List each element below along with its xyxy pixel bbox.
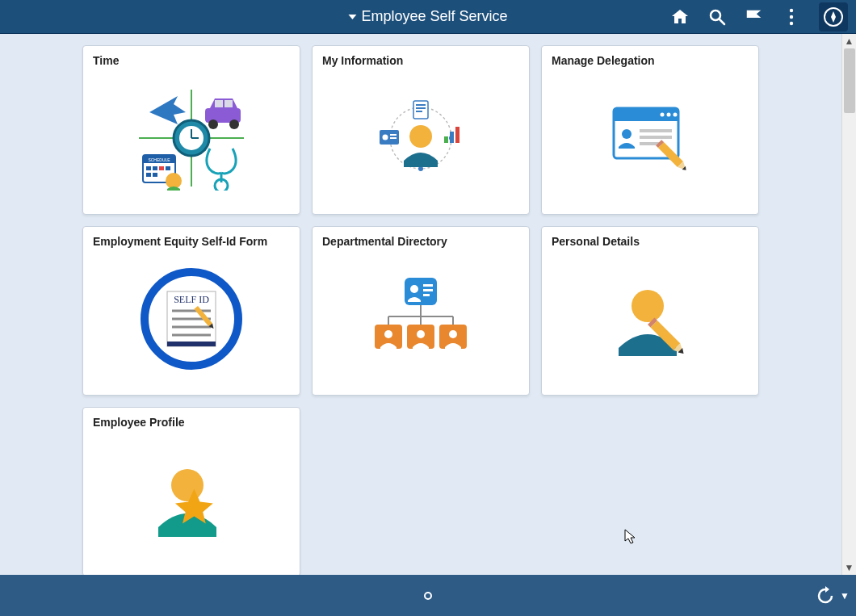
- svg-point-4: [790, 21, 793, 24]
- svg-line-1: [720, 19, 724, 24]
- tile-title: Employment Equity Self-Id Form: [93, 235, 290, 248]
- scroll-thumb[interactable]: [844, 48, 855, 113]
- svg-rect-36: [413, 101, 428, 119]
- header-bar: Employee Self Service: [0, 0, 856, 34]
- content-area: Time: [0, 34, 856, 575]
- tile-container: Time: [0, 34, 841, 575]
- page-title: Employee Self Service: [361, 8, 507, 25]
- tile-employment-equity[interactable]: Employment Equity Self-Id Form SELF ID: [82, 226, 300, 396]
- svg-rect-10: [215, 100, 223, 107]
- svg-rect-74: [423, 294, 430, 296]
- svg-rect-45: [450, 132, 454, 143]
- tile-manage-delegation-illustration: [552, 70, 749, 206]
- svg-rect-53: [640, 129, 672, 132]
- svg-rect-23: [159, 166, 164, 170]
- tile-title: Employee Profile: [93, 416, 290, 429]
- svg-rect-24: [166, 166, 170, 170]
- svg-point-50: [667, 113, 671, 117]
- chevron-down-icon[interactable]: ▼: [840, 590, 850, 601]
- svg-rect-72: [423, 284, 433, 287]
- vertical-scrollbar[interactable]: ▲ ▼: [841, 34, 856, 575]
- tile-manage-delegation[interactable]: Manage Delegation: [541, 45, 759, 215]
- tile-time[interactable]: Time: [82, 45, 300, 215]
- svg-marker-93: [825, 586, 829, 593]
- footer-bar: ▼: [0, 575, 856, 616]
- header-icon-group: [670, 2, 848, 31]
- tile-my-information-illustration: [322, 70, 519, 206]
- refresh-icon[interactable]: [816, 586, 835, 606]
- svg-point-3: [790, 15, 793, 18]
- svg-rect-38: [416, 107, 426, 109]
- svg-rect-46: [455, 127, 459, 143]
- svg-point-51: [673, 113, 678, 117]
- svg-rect-73: [423, 289, 433, 291]
- more-icon[interactable]: [782, 7, 801, 27]
- svg-rect-22: [153, 166, 157, 170]
- tile-title: Manage Delegation: [552, 54, 749, 67]
- svg-point-35: [409, 125, 432, 148]
- compass-icon[interactable]: [819, 2, 848, 31]
- tile-personal-details[interactable]: Personal Details: [541, 226, 759, 396]
- svg-text:SCHEDULE: SCHEDULE: [148, 157, 170, 162]
- svg-rect-67: [167, 342, 216, 346]
- scroll-down-arrow[interactable]: ▼: [845, 562, 854, 573]
- tile-departmental-directory[interactable]: Departmental Directory: [312, 226, 530, 396]
- svg-point-2: [790, 8, 793, 11]
- svg-rect-43: [390, 137, 397, 139]
- svg-point-83: [417, 330, 425, 338]
- svg-point-71: [410, 285, 418, 293]
- svg-rect-39: [416, 111, 422, 112]
- svg-point-41: [383, 135, 388, 140]
- svg-point-81: [384, 330, 392, 338]
- tile-employee-profile[interactable]: Employee Profile: [82, 407, 300, 576]
- tile-title: My Information: [322, 54, 519, 67]
- tile-title: Personal Details: [552, 235, 749, 248]
- svg-point-85: [449, 330, 457, 338]
- svg-point-13: [229, 119, 239, 129]
- svg-rect-54: [640, 136, 672, 139]
- tile-title: Time: [93, 54, 290, 67]
- svg-text:SELF ID: SELF ID: [174, 294, 209, 305]
- svg-point-49: [661, 113, 665, 117]
- scroll-up-arrow[interactable]: ▲: [845, 36, 854, 47]
- tile-time-illustration: SCHEDULE: [93, 70, 290, 206]
- svg-point-91: [171, 469, 204, 501]
- page-title-dropdown[interactable]: Employee Self Service: [348, 8, 507, 25]
- tile-employee-profile-illustration: [93, 432, 290, 568]
- search-icon[interactable]: [707, 7, 727, 27]
- svg-rect-26: [153, 173, 157, 177]
- svg-point-52: [622, 129, 632, 139]
- svg-rect-25: [146, 173, 151, 177]
- tile-departmental-directory-illustration: [322, 251, 519, 387]
- svg-rect-44: [444, 136, 448, 143]
- home-icon[interactable]: [670, 7, 690, 27]
- svg-point-12: [208, 119, 218, 129]
- svg-rect-42: [390, 134, 397, 136]
- tile-personal-details-illustration: [552, 251, 749, 387]
- svg-rect-11: [224, 100, 233, 107]
- tile-employment-equity-illustration: SELF ID: [93, 251, 290, 387]
- flag-icon[interactable]: [745, 7, 764, 27]
- svg-point-86: [632, 290, 664, 322]
- page-indicator-dot[interactable]: [424, 592, 432, 600]
- svg-rect-21: [146, 166, 151, 170]
- tile-title: Departmental Directory: [322, 235, 519, 248]
- svg-rect-37: [416, 104, 426, 106]
- tile-my-information[interactable]: My Information: [312, 45, 530, 215]
- svg-marker-6: [831, 11, 836, 23]
- caret-down-icon: [348, 15, 356, 19]
